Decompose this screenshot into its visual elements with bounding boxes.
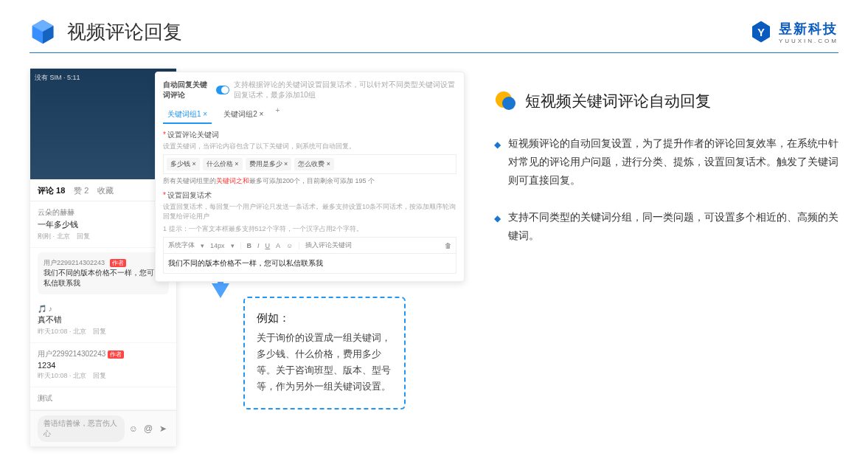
comment-item: 测试 xyxy=(30,387,176,410)
comment-user: 用户2299214302243 xyxy=(38,350,105,358)
title-group: 视频评论回复 xyxy=(29,18,182,45)
tab-group2[interactable]: 关键词组2 × xyxy=(219,106,268,124)
send-icon[interactable]: ➤ xyxy=(157,424,169,434)
logo-subtext: YUUXIN.COM xyxy=(779,38,839,44)
keyword-tags[interactable]: 多少钱 × 什么价格 × 费用是多少 × 怎么收费 × xyxy=(163,154,456,174)
rich-editor: 系统字体▾ 14px▾ B I U A ☺ 插入评论关键词 🗑 我们不同的版本价… xyxy=(163,237,456,274)
comment-text: 一年多少钱 xyxy=(38,219,169,230)
svg-text:Y: Y xyxy=(757,27,765,38)
reply-tip: 1 提示：一个富文本框最多支持512个字符，一个汉字占用2个字符。 xyxy=(163,224,456,234)
comment-meta: 昨天10:08 · 北京 回复 xyxy=(38,327,169,336)
feature-text: 短视频评论的自动回复设置，为了提升作者的评论回复效率，在系统中针对常见的评论用户… xyxy=(508,134,839,190)
chat-bubble-icon xyxy=(494,90,516,112)
size-select[interactable]: 14px xyxy=(210,242,225,249)
comment-meta: 昨天10:08 · 北京 回复 xyxy=(38,371,169,381)
reply-hint: 设置回复话术，每回复一个用户评论只发送一条话术。最多支持设置10条不同话术，按添… xyxy=(163,202,456,221)
comment-input-bar: 善语结善缘，恶言伤人心 ☺ @ ➤ xyxy=(30,410,176,446)
editor-toolbar: 系统字体▾ 14px▾ B I U A ☺ 插入评论关键词 🗑 xyxy=(164,238,456,254)
comment-user: 测试 xyxy=(38,393,169,404)
keywords-label: *设置评论关键词 xyxy=(163,130,456,140)
comment-text: 1234 xyxy=(38,361,169,370)
tab-likes[interactable]: 赞 2 xyxy=(74,185,88,196)
comment-text: 真不错 xyxy=(38,314,169,325)
phone-statusbar: 没有 SIM · 5:11 xyxy=(35,73,172,83)
at-icon[interactable]: @ xyxy=(142,424,154,434)
example-body: 关于询价的设置成一组关键词，多少钱、什么价格，费用多少等。关于咨询班型、版本、型… xyxy=(257,330,392,395)
reply-user: 用户2299214302243 xyxy=(44,259,105,266)
author-badge: 作者 xyxy=(108,350,124,359)
tab-group1[interactable]: 关键词组1 × xyxy=(163,106,212,124)
comment-input[interactable]: 善语结善缘，恶言伤人心 xyxy=(38,415,125,442)
comment-item: 🎵 ♪ 真不错 昨天10:08 · 北京 回复 xyxy=(30,299,176,343)
add-group-button[interactable]: + xyxy=(275,106,280,124)
description-column: 短视频关键词评论自动回复 ◆ 短视频评论的自动回复设置，为了提升作者的评论回复效… xyxy=(465,68,839,263)
logo-hex-icon: Y xyxy=(749,20,773,44)
keyword-tag[interactable]: 多少钱 × xyxy=(167,158,200,170)
underline-icon[interactable]: U xyxy=(265,242,271,249)
keywords-hint: 设置关键词，当评论内容包含了以下关键词，则系统可自动回复。 xyxy=(163,142,456,151)
section-head: 短视频关键词评论自动回复 xyxy=(494,90,839,112)
tab-comments[interactable]: 评论 18 xyxy=(38,185,65,196)
diamond-bullet-icon: ◆ xyxy=(494,137,501,190)
delete-icon[interactable]: 🗑 xyxy=(445,242,451,249)
bold-icon[interactable]: B xyxy=(247,242,252,249)
font-select[interactable]: 系统字体 xyxy=(168,241,195,250)
comment-meta: 刚刚 · 北京 回复 xyxy=(38,232,169,241)
keyword-group-tabs: 关键词组1 × 关键词组2 × + xyxy=(163,106,456,124)
reply-text: 我们不同的版本价格不一样，您可以私信联系我 xyxy=(44,268,163,288)
comment-user: 🎵 ♪ xyxy=(38,305,169,313)
keyword-tag[interactable]: 费用是多少 × xyxy=(246,158,292,170)
emoji-icon[interactable]: ☺ xyxy=(286,242,293,249)
comment-item: 用户2299214302243 作者 1234 昨天10:08 · 北京 回复 xyxy=(30,343,176,387)
list-item: ◆ 支持不同类型的关键词分组，同一类问题，可设置多个相近的、高频的关键词。 xyxy=(494,208,839,245)
divider xyxy=(29,52,839,53)
comment-user: 云朵的赫赫 xyxy=(38,207,169,218)
header: 视频评论回复 Y 昱新科技 YUUXIN.COM xyxy=(0,0,868,52)
page-title: 视频评论回复 xyxy=(67,19,182,45)
insert-keyword-button[interactable]: 插入评论关键词 xyxy=(305,241,352,250)
emoji-icon[interactable]: ☺ xyxy=(128,424,139,434)
reply-label: *设置回复话术 xyxy=(163,190,456,201)
editor-content[interactable]: 我们不同的版本价格不一样，您可以私信联系我 xyxy=(164,254,456,273)
keyword-count-note: 所有关键词组里的关键词之和最多可添加200个，目前剩余可添加 195 个 xyxy=(163,176,456,186)
list-item: ◆ 短视频评论的自动回复设置，为了提升作者的评论回复效率，在系统中针对常见的评论… xyxy=(494,134,839,190)
keyword-tag[interactable]: 怎么收费 × xyxy=(294,158,334,170)
example-title: 例如： xyxy=(257,311,392,325)
reply-bubble: 用户2299214302243 作者 我们不同的版本价格不一样，您可以私信联系我 xyxy=(38,252,169,294)
example-callout: 例如： 关于询价的设置成一组关键词，多少钱、什么价格，费用多少等。关于咨询班型、… xyxy=(243,297,406,409)
logo: Y 昱新科技 YUUXIN.COM xyxy=(749,20,839,44)
color-icon[interactable]: A xyxy=(276,242,280,249)
cube-icon xyxy=(29,18,56,45)
toggle-switch[interactable] xyxy=(216,86,229,94)
diamond-bullet-icon: ◆ xyxy=(494,211,501,245)
svg-point-2 xyxy=(502,97,515,110)
feature-list: ◆ 短视频评论的自动回复设置，为了提升作者的评论回复效率，在系统中针对常见的评论… xyxy=(494,134,839,245)
section-title: 短视频关键词评论自动回复 xyxy=(525,91,711,111)
keyword-tag[interactable]: 什么价格 × xyxy=(203,158,243,170)
switch-label: 自动回复关键词评论 xyxy=(163,80,212,100)
switch-hint: 支持根据评论的关键词设置回复话术，可以针对不同类型关键词设置回复话术，最多添加1… xyxy=(234,80,456,100)
italic-icon[interactable]: I xyxy=(257,242,260,249)
author-badge: 作者 xyxy=(110,259,126,267)
logo-text: 昱新科技 xyxy=(779,20,839,38)
tab-favs[interactable]: 收藏 xyxy=(97,185,114,196)
settings-panel: 自动回复关键词评论 支持根据评论的关键词设置回复话术，可以针对不同类型关键词设置… xyxy=(155,72,465,282)
illustration-area: 没有 SIM · 5:11 评论 18 赞 2 收藏 云朵的赫赫 一年多少钱 刚… xyxy=(29,68,450,263)
feature-text: 支持不同类型的关键词分组，同一类问题，可设置多个相近的、高频的关键词。 xyxy=(508,208,839,245)
